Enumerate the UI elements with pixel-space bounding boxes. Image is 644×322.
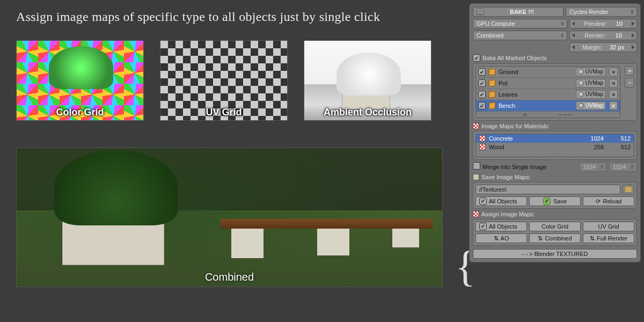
save-all-objects-toggle[interactable]: All Objects: [475, 196, 527, 206]
device-dropdown[interactable]: GPU Compute: [473, 19, 567, 28]
link-icon: ⇅: [494, 234, 499, 243]
big-preview-label: Combined: [17, 271, 442, 283]
object-row[interactable]: Ground UVMap ✕: [476, 67, 620, 78]
merge-height[interactable]: 1024: [609, 162, 637, 172]
object-icon: [489, 68, 495, 76]
object-list[interactable]: Ground UVMap ✕ Pot UVMap ✕ Leaves UVMap: [475, 66, 620, 118]
thumb-label: Color Grid: [17, 107, 143, 118]
thumb-color-grid: Color Grid: [16, 40, 144, 121]
save-icon: [473, 174, 479, 180]
promo-area: Assign image maps of specific type to al…: [0, 0, 467, 322]
folder-icon: [625, 186, 632, 193]
save-button[interactable]: Save: [529, 196, 581, 206]
path-input[interactable]: [475, 185, 620, 194]
remove-object-button[interactable]: ✕: [609, 68, 618, 76]
list-remove-button[interactable]: －: [625, 78, 634, 87]
thumb-label: Ambient Occlusion: [304, 107, 431, 118]
render-engine-dropdown[interactable]: Cycles Render: [566, 7, 637, 17]
list-grip[interactable]: [523, 152, 587, 157]
big-preview-combined: Combined: [16, 148, 443, 287]
remove-object-button[interactable]: ✕: [609, 90, 618, 99]
uvmap-tag[interactable]: UVMap: [576, 90, 606, 99]
object-checkbox[interactable]: [478, 79, 486, 87]
headline: Assign image maps of specific type to al…: [16, 10, 451, 24]
assign-ao-button[interactable]: ⇅AO: [475, 233, 527, 243]
assign-combined-button[interactable]: ⇅Combined: [529, 233, 581, 243]
save-header: Save Image Maps:: [473, 174, 637, 180]
object-checkbox[interactable]: [478, 102, 486, 109]
render-samples[interactable]: Render:10: [569, 31, 637, 40]
bake-all-checkbox[interactable]: [473, 54, 480, 62]
assign-color-grid-button[interactable]: Color Grid: [529, 222, 581, 231]
thumbnail-row: Color Grid UV Grid Ambient Occlusion: [16, 40, 451, 121]
link-icon: ⇅: [590, 234, 595, 243]
material-list[interactable]: Concrete 1024 512 Wood 256 512: [475, 134, 634, 157]
remove-object-button[interactable]: ✕: [609, 101, 618, 110]
remove-object-button[interactable]: ✕: [609, 79, 618, 87]
material-icon: [479, 135, 486, 142]
bake-type-dropdown[interactable]: Combined: [473, 31, 567, 40]
objects-section: Ground UVMap ✕ Pot UVMap ✕ Leaves UVMap: [473, 63, 637, 121]
checker-icon: [473, 211, 479, 217]
list-add-row[interactable]: ⊕ ═══: [476, 112, 620, 118]
object-row[interactable]: Leaves UVMap ✕: [476, 89, 620, 100]
save-section: All Objects Save ⟳Reload: [473, 182, 637, 209]
footer-button[interactable]: - - > Blender TEXTURED: [473, 249, 637, 259]
object-icon: [489, 91, 495, 98]
assign-full-render-button[interactable]: ⇅Full Render: [583, 233, 634, 243]
material-row[interactable]: Wood 256 512: [476, 143, 634, 151]
browse-button[interactable]: [623, 185, 634, 194]
merge-width[interactable]: 1024: [579, 162, 607, 172]
object-row[interactable]: Pot UVMap ✕: [476, 78, 620, 89]
reload-button[interactable]: ⟳Reload: [583, 196, 634, 206]
camera-icon: [477, 9, 484, 15]
materials-section: Concrete 1024 512 Wood 256 512: [473, 131, 637, 160]
uvmap-tag[interactable]: UVMap: [576, 101, 606, 110]
object-icon: [489, 79, 495, 87]
object-checkbox[interactable]: [478, 91, 486, 98]
image-maps-header: Image Maps for Materials:: [473, 123, 637, 129]
bake-button[interactable]: BAKE !!!: [473, 7, 564, 17]
thumb-label: UV Grid: [160, 107, 287, 118]
reload-icon: ⟳: [596, 197, 601, 206]
thumb-uv-grid: UV Grid: [160, 40, 288, 121]
assign-section: All Objects Color Grid UV Grid ⇅AO ⇅Comb…: [473, 219, 637, 246]
preview-samples[interactable]: Preview:10: [569, 19, 637, 28]
merge-checkbox[interactable]: [473, 162, 480, 170]
object-icon: [489, 102, 495, 109]
uvmap-tag[interactable]: UVMap: [576, 68, 606, 76]
merge-label: Merge into Single Image: [482, 164, 577, 170]
object-row[interactable]: Bench UVMap ✕: [476, 100, 620, 112]
checker-icon: [473, 123, 479, 129]
bake-panel: BAKE !!! Cycles Render GPU Compute Combi…: [469, 3, 641, 262]
assign-uv-grid-button[interactable]: UV Grid: [583, 222, 634, 231]
check-icon: [543, 197, 551, 205]
object-checkbox[interactable]: [478, 68, 486, 76]
uvmap-tag[interactable]: UVMap: [576, 79, 606, 87]
thumb-ambient-occlusion: Ambient Occlusion: [304, 40, 431, 121]
margin-field[interactable]: Margin:32 px: [569, 42, 637, 52]
assign-all-objects-toggle[interactable]: All Objects: [475, 222, 527, 231]
bake-all-row: Bake All Marked Objects: [473, 54, 637, 62]
link-icon: ⇅: [538, 234, 543, 243]
assign-header: Assign Image Maps:: [473, 211, 637, 217]
material-icon: [479, 144, 486, 150]
material-row[interactable]: Concrete 1024 512: [476, 134, 634, 143]
list-add-button[interactable]: ＋: [625, 66, 634, 76]
